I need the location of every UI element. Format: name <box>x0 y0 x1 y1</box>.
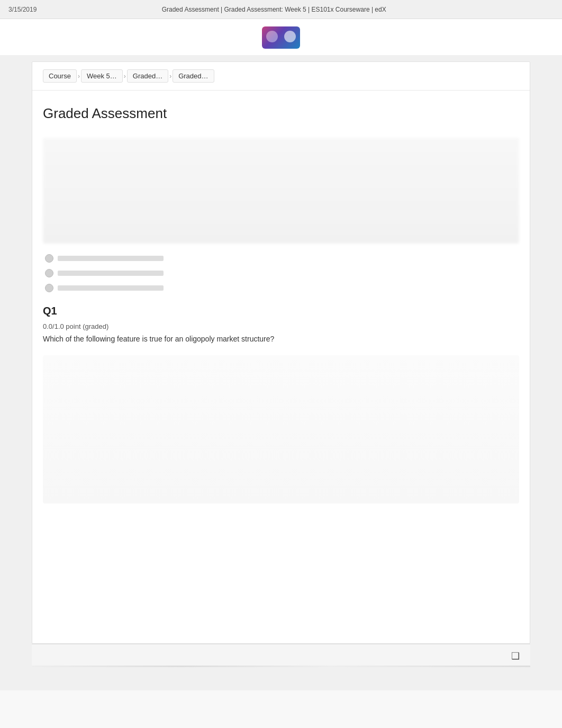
radio-circle-1[interactable] <box>45 254 53 263</box>
bottom-bar: ❑ <box>32 644 530 667</box>
radio-circle-2[interactable] <box>45 269 53 277</box>
content-card: Course › Week 5… › Graded… › Graded… Gra… <box>32 61 530 644</box>
footer-gap <box>43 504 519 588</box>
radio-circle-3[interactable] <box>45 284 53 292</box>
answer-area-placeholder <box>43 355 519 504</box>
browser-date: 3/15/2019 <box>8 6 37 13</box>
breadcrumb-sep-3: › <box>168 73 173 80</box>
breadcrumb-course[interactable]: Course <box>43 69 77 83</box>
blurred-content-section <box>43 138 519 244</box>
question-text: Which of the following feature is true f… <box>43 334 519 345</box>
bottom-bar-line <box>32 666 530 667</box>
radio-item-1 <box>45 254 519 263</box>
content-body: Q1 0.0/1.0 point (graded) Which of the f… <box>32 132 530 599</box>
page-title: Graded Assessment <box>43 105 519 122</box>
question-section: Q1 0.0/1.0 point (graded) Which of the f… <box>43 305 519 345</box>
radio-group-placeholder <box>43 254 519 292</box>
radio-label-2 <box>58 271 164 276</box>
breadcrumb-sep-1: › <box>77 73 81 80</box>
radio-label-3 <box>58 285 164 291</box>
page-heading: Graded Assessment <box>32 91 530 132</box>
radio-label-1 <box>58 256 164 261</box>
browser-bar: 3/15/2019 Graded Assessment | Graded Ass… <box>0 0 562 19</box>
breadcrumb-sep-2: › <box>123 73 127 80</box>
radio-item-2 <box>45 269 519 277</box>
browser-title: Graded Assessment | Graded Assessment: W… <box>37 6 511 13</box>
bottom-icon[interactable]: ❑ <box>511 650 520 662</box>
question-meta: 0.0/1.0 point (graded) <box>43 322 519 330</box>
logo-area <box>0 19 562 55</box>
breadcrumb: Course › Week 5… › Graded… › Graded… <box>32 62 530 91</box>
breadcrumb-week5[interactable]: Week 5… <box>81 69 123 83</box>
breadcrumb-graded2[interactable]: Graded… <box>173 69 214 83</box>
edx-logo[interactable] <box>262 26 300 49</box>
question-id: Q1 <box>43 305 519 317</box>
radio-item-3 <box>45 284 519 292</box>
breadcrumb-graded1[interactable]: Graded… <box>127 69 168 83</box>
main-wrapper: Course › Week 5… › Graded… › Graded… Gra… <box>0 55 562 690</box>
